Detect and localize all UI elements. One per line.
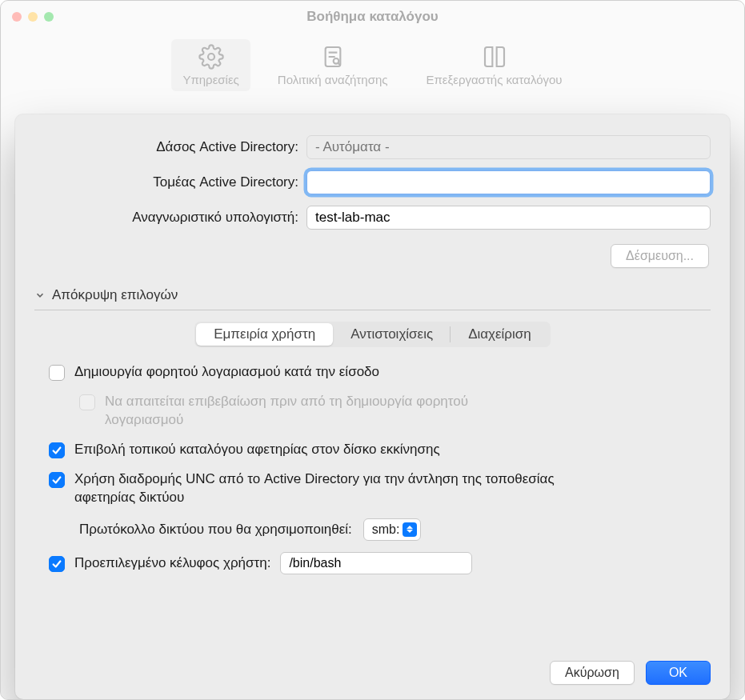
- option-force-local-home: Επιβολή τοπικού καταλόγου αφετηρίας στον…: [49, 441, 703, 459]
- option-label: Χρήση διαδρομής UNC από το Active Direct…: [74, 470, 555, 507]
- toolbar-label: Πολιτική αναζήτησης: [278, 73, 388, 86]
- bind-button[interactable]: Δέσμευση...: [611, 244, 709, 268]
- forest-label: Δάσος Active Directory:: [34, 139, 298, 155]
- svg-point-4: [333, 58, 338, 64]
- computer-id-input[interactable]: [306, 206, 711, 230]
- stepper-icon: [403, 522, 417, 537]
- checkbox-default-shell[interactable]: [49, 556, 65, 572]
- cancel-button[interactable]: Ακύρωση: [550, 661, 635, 685]
- forest-input[interactable]: [306, 135, 711, 159]
- option-label: Να απαιτείται επιβεβαίωση πριν από τη δη…: [105, 393, 521, 430]
- main-window: Βοήθημα καταλόγου Υπηρεσίες Πολιτική ανα…: [0, 0, 745, 700]
- option-label: Επιβολή τοπικού καταλόγου αφετηρίας στον…: [74, 441, 440, 459]
- option-label: Δημιουργία φορητού λογαριασμού κατά την …: [74, 363, 379, 382]
- domain-row: Τομέας Active Directory:: [34, 170, 711, 194]
- hide-options-toggle[interactable]: Απόκρυψη επιλογών: [34, 287, 711, 303]
- gear-icon: [198, 44, 224, 70]
- tab-administrative[interactable]: Διαχείριση: [451, 323, 549, 346]
- disclosure-label: Απόκρυψη επιλογών: [52, 287, 178, 303]
- option-mobile-account: Δημιουργία φορητού λογαριασμού κατά την …: [49, 363, 703, 382]
- toolbar-directory-editor[interactable]: Επεξεργαστής καταλόγου: [415, 39, 573, 91]
- tab-user-experience[interactable]: Εμπειρία χρήστη: [196, 323, 333, 346]
- document-search-icon: [320, 44, 346, 70]
- computer-id-label: Αναγνωριστικό υπολογιστή:: [34, 210, 298, 226]
- default-shell-label: Προεπιλεγμένο κέλυφος χρήστη:: [74, 555, 270, 571]
- protocol-select[interactable]: smb:: [363, 518, 422, 541]
- titlebar: Βοήθημα καταλόγου: [1, 1, 744, 33]
- active-directory-sheet: Δάσος Active Directory: Τομέας Active Di…: [15, 114, 730, 699]
- protocol-value: smb:: [372, 522, 400, 537]
- domain-label: Τομέας Active Directory:: [34, 174, 298, 190]
- option-mobile-confirm: Να απαιτείται επιβεβαίωση πριν από τη δη…: [79, 393, 703, 430]
- toolbar-search-policy[interactable]: Πολιτική αναζήτησης: [266, 39, 399, 91]
- toolbar: Υπηρεσίες Πολιτική αναζήτησης Επεξεργαστ…: [1, 33, 744, 102]
- checkbox-use-unc[interactable]: [49, 472, 65, 488]
- checkbox-mobile-confirm: [79, 394, 95, 410]
- checkbox-force-local-home[interactable]: [49, 442, 65, 458]
- computer-id-row: Αναγνωριστικό υπολογιστή:: [34, 206, 711, 230]
- sheet-actions: Ακύρωση OK: [550, 661, 711, 685]
- svg-point-0: [208, 54, 214, 60]
- toolbar-services[interactable]: Υπηρεσίες: [171, 39, 250, 91]
- tab-mappings[interactable]: Αντιστοιχίσεις: [333, 323, 451, 346]
- option-use-unc: Χρήση διαδρομής UNC από το Active Direct…: [49, 470, 703, 507]
- book-icon: [482, 44, 507, 70]
- window-title: Βοήθημα καταλόγου: [1, 9, 744, 25]
- protocol-row: Πρωτόκολλο δικτύου που θα χρησιμοποιηθεί…: [79, 518, 703, 541]
- divider: [34, 310, 711, 310]
- chevron-down-icon: [34, 290, 46, 301]
- default-shell-input[interactable]: [280, 552, 472, 574]
- ok-button[interactable]: OK: [646, 661, 711, 685]
- checkmark-icon: [51, 558, 62, 570]
- options-tabs: Εμπειρία χρήστη Αντιστοιχίσεις Διαχείρισ…: [194, 322, 551, 347]
- protocol-label: Πρωτόκολλο δικτύου που θα χρησιμοποιηθεί…: [79, 522, 352, 538]
- user-experience-options: Δημιουργία φορητού λογαριασμού κατά την …: [34, 363, 711, 574]
- domain-input[interactable]: [306, 170, 711, 194]
- toolbar-label: Επεξεργαστής καταλόγου: [426, 73, 562, 86]
- checkmark-icon: [51, 445, 62, 456]
- option-default-shell: Προεπιλεγμένο κέλυφος χρήστη:: [49, 552, 703, 574]
- checkmark-icon: [51, 474, 62, 486]
- forest-row: Δάσος Active Directory:: [34, 135, 711, 159]
- checkbox-mobile-account[interactable]: [49, 365, 65, 381]
- toolbar-label: Υπηρεσίες: [182, 73, 238, 86]
